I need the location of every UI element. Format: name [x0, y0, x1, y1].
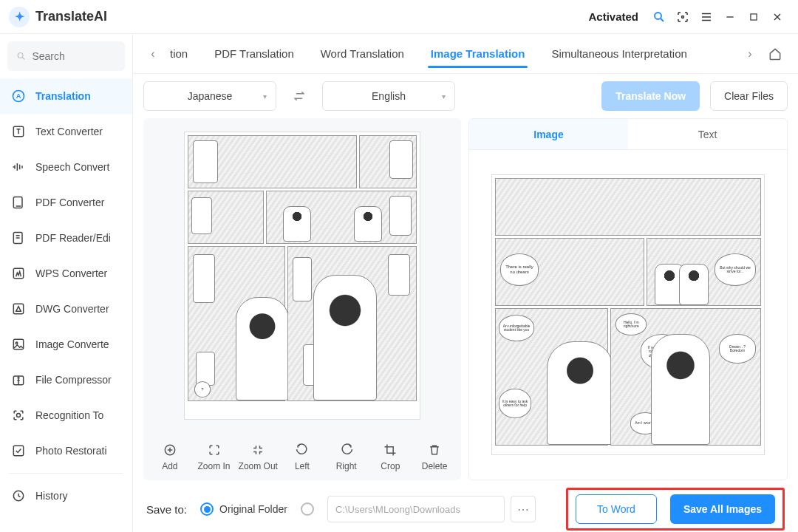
sidebar-item-label: Recognition To — [35, 409, 103, 421]
sidebar-item-label: File Compressor — [35, 374, 112, 386]
workspace: ? Add Zoom In Zoom Out Left Right Crop D… — [133, 118, 798, 486]
svg-rect-15 — [13, 446, 23, 455]
speech-icon — [10, 159, 27, 175]
svg-point-1 — [682, 16, 684, 18]
footer: Save to: Original Folder C:\Users\MLoong… — [133, 486, 798, 532]
tab-word-translation[interactable]: Word Translation — [307, 34, 417, 74]
svg-rect-9 — [13, 268, 23, 278]
target-language-select[interactable]: English▾ — [322, 81, 455, 111]
sidebar-item-label: WPS Converter — [35, 267, 107, 279]
tool-rotate-left[interactable]: Left — [281, 442, 324, 471]
clear-files-button[interactable]: Clear Files — [710, 81, 788, 111]
custom-path-input[interactable]: C:\Users\MLoong\Downloads — [327, 496, 505, 522]
sidebar-item-pdf-converter[interactable]: PDF Converter — [0, 185, 132, 220]
to-word-button[interactable]: To Word — [576, 494, 657, 524]
tab-truncated[interactable]: tion — [166, 34, 201, 74]
tool-zoom-in[interactable]: Zoom In — [193, 442, 236, 471]
tool-zoom-out[interactable]: Zoom Out — [236, 442, 279, 471]
rotate-right-icon — [338, 442, 355, 458]
controls-row: Japanese▾ English▾ Translate Now Clear F… — [133, 74, 798, 118]
radio-unchecked-icon — [301, 502, 314, 516]
svg-point-3 — [18, 53, 23, 58]
translated-image: There is really no dreamBut why should w… — [491, 174, 765, 455]
sidebar-item-wps-converter[interactable]: WPS Converter — [0, 256, 132, 291]
close-button[interactable] — [765, 5, 789, 29]
menu-icon[interactable] — [695, 5, 718, 29]
sidebar-item-label: PDF Converter — [35, 197, 104, 208]
radio-original-folder[interactable]: Original Folder — [200, 502, 287, 516]
sidebar-item-recognition[interactable]: Recognition To — [0, 398, 132, 433]
dwg-icon — [10, 301, 27, 317]
sidebar-item-translation[interactable]: ATranslation — [0, 78, 132, 114]
zoom-out-icon — [250, 442, 266, 458]
svg-text:A: A — [16, 92, 21, 100]
delete-icon — [426, 442, 443, 458]
svg-rect-2 — [751, 13, 757, 19]
add-icon — [162, 442, 178, 458]
sidebar-item-label: DWG Converter — [35, 303, 109, 315]
tab-simultaneous-interpretation[interactable]: Simultaneous Interpretation — [538, 34, 700, 74]
source-image: ? — [184, 132, 420, 420]
sidebar-item-label: PDF Reader/Edi — [35, 232, 111, 244]
sidebar-item-text-converter[interactable]: Text Converter — [0, 114, 132, 149]
result-tabs: Image Text — [469, 119, 787, 150]
swap-languages-button[interactable] — [287, 83, 312, 109]
maximize-button[interactable] — [742, 5, 765, 29]
zoom-in-icon — [206, 442, 222, 458]
save-to-label: Save to: — [146, 503, 187, 516]
minimize-button[interactable] — [718, 5, 742, 29]
sidebar-item-photo-restoration[interactable]: Photo Restorati — [0, 433, 132, 468]
tool-delete[interactable]: Delete — [413, 442, 456, 471]
sidebar-item-file-compressor[interactable]: File Compressor — [0, 362, 132, 398]
sidebar-item-image-converter[interactable]: Image Converte — [0, 327, 132, 362]
chevron-down-icon: ▾ — [263, 92, 267, 100]
source-language-select[interactable]: Japanese▾ — [143, 81, 276, 111]
scan-icon[interactable] — [671, 5, 695, 29]
home-button[interactable] — [763, 41, 788, 66]
source-image-viewer[interactable]: ? — [143, 118, 461, 433]
browse-path-button[interactable]: ⋯ — [511, 496, 536, 522]
radio-custom-path[interactable] — [301, 502, 314, 516]
sidebar-item-pdf-reader[interactable]: PDF Reader/Edi — [0, 220, 132, 256]
sidebar-item-speech-convert[interactable]: Speech Convert — [0, 149, 132, 185]
search-titlebar-icon[interactable] — [647, 5, 671, 29]
result-image-viewer[interactable]: There is really no dreamBut why should w… — [469, 150, 787, 480]
tool-rotate-right[interactable]: Right — [325, 442, 368, 471]
result-tab-text[interactable]: Text — [628, 119, 787, 149]
tabs-scroll: tion PDF Translation Word Translation Im… — [166, 34, 737, 74]
search-icon — [16, 50, 26, 62]
svg-point-12 — [16, 342, 18, 344]
sidebar-search[interactable] — [7, 41, 125, 71]
text-icon — [10, 123, 27, 140]
license-status: Activated — [588, 10, 638, 23]
result-tab-image[interactable]: Image — [469, 119, 628, 149]
tabs-row: ‹ tion PDF Translation Word Translation … — [133, 34, 798, 74]
radio-checked-icon — [200, 502, 214, 516]
translate-now-button[interactable]: Translate Now — [601, 81, 700, 111]
app-logo: ✦ TranslateAI — [9, 7, 107, 27]
source-panel: ? Add Zoom In Zoom Out Left Right Crop D… — [143, 118, 461, 480]
tabs-next-button[interactable]: › — [740, 44, 760, 64]
sidebar-list: ATranslation Text Converter Speech Conve… — [0, 78, 132, 532]
rotate-left-icon — [294, 442, 310, 458]
tab-pdf-translation[interactable]: PDF Translation — [201, 34, 307, 74]
tabs-prev-button[interactable]: ‹ — [143, 44, 163, 64]
sidebar-item-history[interactable]: History — [0, 478, 132, 514]
tool-crop[interactable]: Crop — [369, 442, 412, 471]
result-panel: Image Text There is really no dreamBut w… — [468, 118, 788, 480]
wps-icon — [10, 265, 27, 282]
tool-add[interactable]: Add — [149, 442, 191, 471]
sidebar-item-label: Photo Restorati — [35, 445, 107, 457]
sidebar-item-dwg-converter[interactable]: DWG Converter — [0, 291, 132, 327]
image-icon — [10, 336, 27, 352]
sidebar-item-label: Translation — [35, 90, 91, 102]
recognition-icon — [10, 407, 27, 423]
crop-icon — [382, 442, 398, 458]
titlebar: ✦ TranslateAI Activated — [0, 0, 798, 34]
sidebar: ATranslation Text Converter Speech Conve… — [0, 34, 133, 532]
history-icon — [10, 488, 27, 504]
source-toolbar: Add Zoom In Zoom Out Left Right Crop Del… — [143, 433, 461, 480]
search-input[interactable] — [32, 50, 116, 62]
save-all-images-button[interactable]: Save All Images — [670, 494, 775, 524]
tab-image-translation[interactable]: Image Translation — [417, 34, 539, 74]
